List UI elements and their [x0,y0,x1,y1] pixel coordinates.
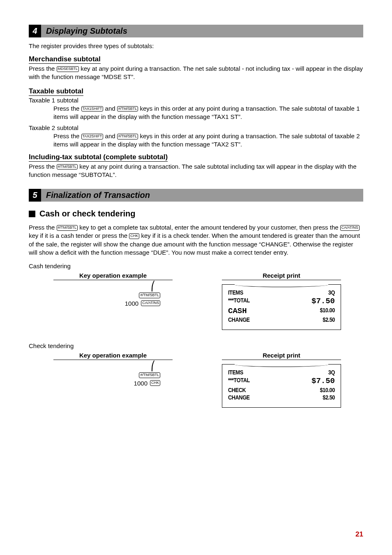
tmsbtl-key-icon: #/TM/SBTL [57,164,78,170]
text: and [103,132,117,139]
including-tax-heading: Including-tax subtotal (complete subtota… [29,153,168,162]
taxable-1-body: Press the TAX1SHIFT and #/TM/SBTL keys i… [53,104,363,121]
text: key at any point during a transaction. T… [29,163,357,178]
section-4-intro: The register provides three types of sub… [29,42,363,49]
receipt-change-label: CHANGE [228,316,250,324]
keyop-header: Key operation example [53,352,173,360]
text: key to get a complete tax subtotal, ente… [78,224,340,231]
caatns-key-icon: CA/AT/NS [141,300,160,306]
check-keyop-sequence: ⎛ #/TM/SBTL 1000 CHK [53,364,173,388]
receipt-cash-value: $10.00 [320,307,335,316]
section-5-header: 5 Finalization of Transaction [29,189,363,202]
check-keyop-column: Key operation example ⎛ #/TM/SBTL 1000 C… [53,352,173,408]
receipt-check-label: CHECK [228,386,246,394]
square-bullet-icon [29,211,35,217]
tmsbtl-key-icon: #/TM/SBTL [139,293,160,298]
text: Press the [29,65,57,72]
cash-receipt: ITEMS 3Q ***TOTAL $7.50 CASH $10.00 CHAN… [222,284,341,330]
tmsbtl-key-icon: #/TM/SBTL [117,106,138,112]
receipt-items-label: ITEMS [228,289,243,297]
amount: 1000 [134,380,148,387]
receipt-items-value: 3Q [328,369,335,376]
check-tendering-example: Key operation example ⎛ #/TM/SBTL 1000 C… [53,352,363,408]
receipt-cash-label: CASH [228,307,247,316]
tax1shift-key-icon: TAX1SHIFT [81,106,104,112]
receipt-check-value: $10.00 [320,386,335,394]
cash-check-tendering-body: Press the #/TM/SBTL key to get a complet… [29,223,363,257]
taxable-1-label: Taxable 1 subtotal [29,97,363,104]
receipt-total-value: $7.50 [311,376,335,386]
text: key at any point during a transaction. T… [29,65,363,80]
receipt-header: Receipt print [222,272,341,280]
tmsbtl-key-icon: #/TM/SBTL [139,372,160,378]
subsection-title: Cash or check tendering [39,209,135,218]
cash-keyop-sequence: ⎛ #/TM/SBTL 1000 CA/AT/NS [53,284,173,309]
text: Press the [53,132,81,139]
check-tendering-label: Check tendering [29,342,363,349]
text: Press the [29,163,57,170]
taxable-2-body: Press the TAX2SHIFT and #/TM/SBTL keys i… [53,132,363,149]
receipt-change-value: $2.50 [323,394,335,402]
section-4-number: 4 [29,25,41,37]
keyop-row: 1000 CA/AT/NS [125,300,160,307]
tax2shift-key-icon: TAX2SHIFT [81,134,104,139]
merchandise-subtotal-heading: Merchandise subtotal [29,55,101,64]
chk-key-icon: CHK [129,233,139,239]
taxable-2-label: Taxable 2 subtotal [29,124,363,131]
receipt-total-value: $7.50 [311,297,335,307]
check-receipt: ITEMS 3Q ***TOTAL $7.50 CHECK $10.00 CHA… [222,364,341,408]
cash-keyop-column: Key operation example ⎛ #/TM/SBTL 1000 C… [53,272,173,330]
tmsbtl-key-icon: #/TM/SBTL [57,225,78,231]
section-5-title: Finalization of Transaction [41,189,363,202]
receipt-total-label: ***TOTAL [228,297,250,307]
receipt-total-label: ***TOTAL [228,376,250,386]
section-4-header: 4 Displaying Subtotals [29,25,363,37]
cash-tendering-label: Cash tendering [29,262,363,269]
text: key if it is a cash tender or press the [29,232,129,239]
caatns-key-icon: CA/AT/NS [340,225,360,231]
section-4-title: Displaying Subtotals [41,25,363,37]
chk-key-icon: CHK [150,380,160,386]
cash-check-tendering-heading: Cash or check tendering [29,209,363,218]
amount: 1000 [125,300,138,307]
keyop-header: Key operation example [53,272,173,280]
merchandise-subtotal-body: Press the MDSESBTL key at any point duri… [29,65,363,81]
receipt-items-value: 3Q [328,289,335,297]
keyop-row: #/TM/SBTL [139,293,160,298]
keyop-row: #/TM/SBTL [139,372,160,378]
text: Press the [29,224,57,231]
continuation-icon: ⎛ [151,364,160,372]
page-number: 21 [355,530,363,539]
text: Press the [53,105,81,112]
including-tax-body: Press the #/TM/SBTL key at any point dur… [29,163,363,179]
receipt-change-value: $2.50 [323,316,335,324]
receipt-items-label: ITEMS [228,369,243,376]
tmsbtl-key-icon: #/TM/SBTL [117,134,138,139]
section-5-number: 5 [29,189,41,202]
continuation-icon: ⎛ [151,284,160,293]
taxable-subtotal-heading: Taxable subtotal [29,87,83,96]
cash-tendering-example: Key operation example ⎛ #/TM/SBTL 1000 C… [53,272,363,330]
cash-receipt-column: Receipt print ITEMS 3Q ***TOTAL $7.50 CA… [222,272,341,330]
mdsesbtl-key-icon: MDSESBTL [57,66,79,72]
receipt-header: Receipt print [222,352,341,360]
keyop-row: 1000 CHK [134,380,160,387]
receipt-change-label: CHANGE [228,394,250,402]
check-receipt-column: Receipt print ITEMS 3Q ***TOTAL $7.50 CH… [222,352,341,408]
text: and [103,105,117,112]
